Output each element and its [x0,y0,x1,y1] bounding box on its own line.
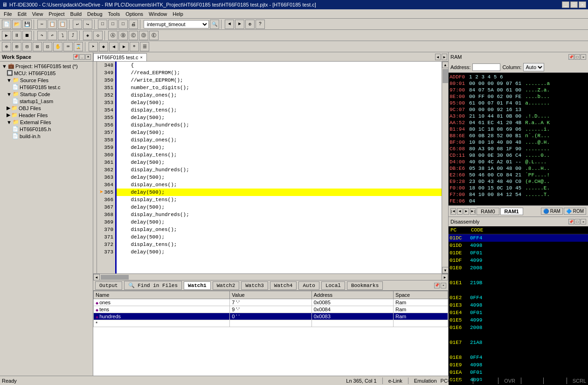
cut-button[interactable]: ✂ [37,20,47,29]
dis-row[interactable]: 01E80FF4 [449,354,588,361]
tab-auto[interactable]: Auto [298,281,319,290]
dis-row[interactable]: 01DE0F01 [449,249,588,257]
dis-row[interactable]: 01E20FF4 [449,294,588,301]
menu-help[interactable]: Help [170,10,186,18]
tree-project[interactable]: ▼ 💼 Project: HT66F0185 test (*) [1,63,92,70]
new-button[interactable]: 📄 [2,20,11,29]
dis-row[interactable]: 01E94098 [449,361,588,369]
save-button[interactable]: 💾 [22,20,32,29]
code-line[interactable]: display_ones(); [117,136,442,144]
dis-row[interactable]: 01E54099 [449,316,588,324]
open-button[interactable]: 📂 [12,20,21,29]
tb2-btn7[interactable]: ⤴ [68,31,77,40]
tb2-btn10[interactable]: Ⓐ [108,31,118,40]
tb2-btn12[interactable]: Ⓒ [129,31,138,40]
watch-row[interactable]: ◆ hundreds0 ' '0x0083Ram [94,313,448,320]
code-line[interactable]: delay(500); [117,159,442,166]
tb2-btn5[interactable]: ↶ [48,31,57,40]
tree-obj[interactable]: ▶ 📁 OBJ Files [1,105,92,112]
tab-watch4[interactable]: Watch4 [270,281,297,290]
tb2-btn13[interactable]: Ⓓ [139,31,148,40]
code-line[interactable]: display_ones(); [117,91,442,99]
tree-startup[interactable]: ▼ 📁 Startup Code [1,91,92,98]
watch-row[interactable]: ◆ tens9 '·'0x0084Ram [94,306,448,313]
nav-prev[interactable]: ◄ [225,20,234,29]
tb3-btn3[interactable]: ⊟ [22,42,32,51]
copy-button[interactable]: 📋 [48,20,57,29]
code-line[interactable]: delay(500); [117,144,442,151]
dis-row[interactable] [449,287,588,294]
editor-tab-active[interactable]: HT66F0185 test.c × [93,53,147,61]
code-line[interactable]: delay(500); [117,189,442,196]
code-line[interactable]: { [117,62,442,69]
tb3-btn13[interactable]: ⌖ [130,42,139,51]
ram-address-input[interactable] [472,63,500,71]
ram-column-select[interactable]: Auto 8 16 [523,63,544,71]
tb2-btn1[interactable]: ▶ [2,31,11,40]
ram-close[interactable]: × [581,54,586,60]
tb3-btn11[interactable]: ◀ [109,42,118,51]
code-line[interactable]: display_tens(); [117,106,442,114]
search-button[interactable]: 🔍 [210,20,219,29]
code-line[interactable]: number_to_digits(); [117,84,442,91]
tb3-btn10[interactable]: ◆ [99,42,108,51]
dis-row[interactable]: 01DF4099 [449,257,588,264]
undo-button[interactable]: ↩ [73,20,82,29]
print-button[interactable]: 🖨 [129,20,138,29]
tb3-btn12[interactable]: ▶ [119,42,129,51]
hscroll-thumb[interactable] [101,275,129,280]
bottom-close[interactable]: × [441,283,446,288]
code-line[interactable]: display_tens(); [117,241,442,248]
code-line[interactable]: display_hundreds(); [117,211,442,218]
function-combo[interactable]: interrupt_timeout [144,20,209,28]
view1-button[interactable]: □ [98,20,107,29]
tb2-btn8[interactable]: ◈ [83,31,92,40]
ram-float[interactable]: □ [574,54,580,60]
view2-button[interactable]: □ [108,20,118,29]
dis-row[interactable] [449,331,588,339]
editor-vscroll[interactable]: ▲ ▼ [442,62,448,273]
editor-hscroll[interactable]: ◄ ► [93,273,448,280]
nav-end[interactable]: ⊕ [245,20,255,29]
tree-source-file[interactable]: 📄 HT66F0185 test.c [1,84,92,91]
code-line[interactable]: display_hundreds(); [117,166,442,174]
watch-row[interactable]: ◆ ones7 '·'0x0085Ram [94,299,448,306]
paste-button[interactable]: 📋 [58,20,67,29]
menu-debug[interactable]: Debug [84,10,105,18]
tb3-btn4[interactable]: ⊠ [33,42,42,51]
ram-btn[interactable]: 🔵 RAM [541,208,563,215]
tb3-btn6[interactable]: ✋ [53,42,62,51]
tb3-btn8[interactable]: ⌛ [74,42,83,51]
code-content[interactable]: { //read_EEPROM(); //write_EEPROM(); num… [117,62,442,273]
workspace-close[interactable]: × [85,54,91,60]
dis-row[interactable]: 01DD4098 [449,242,588,249]
tab-watch3[interactable]: Watch3 [241,281,268,290]
dis-row[interactable]: 01E62008 [449,324,588,331]
tab-local[interactable]: Local [321,281,345,290]
tb3-btn14[interactable]: ☰ [140,42,149,51]
dis-float[interactable]: □ [574,219,580,224]
tab-watch1[interactable]: Watch1 [184,281,211,290]
tb3-btn7[interactable]: ⌨ [63,42,73,51]
tab-watch2[interactable]: Watch2 [213,281,240,290]
dis-pin[interactable]: 📌 [568,219,574,224]
dis-row[interactable]: 01E40F01 [449,309,588,316]
redo-button[interactable]: ↪ [83,20,92,29]
editor-nav-left[interactable]: ◄ [435,54,441,60]
workspace-pin[interactable]: 📌 [73,54,79,60]
menu-file[interactable]: File [1,10,15,18]
ram-nav-last[interactable]: ►| [470,208,476,215]
ram-pin[interactable]: 📌 [568,54,574,60]
dis-row[interactable] [449,346,588,354]
bottom-pin[interactable]: 📌 [434,283,440,288]
menu-edit[interactable]: Edit [15,10,29,18]
tb2-btn6[interactable]: ⤵ [58,31,67,40]
code-line[interactable]: delay(500); [117,233,442,241]
code-line[interactable]: display_ones(); [117,226,442,233]
hscroll-left[interactable]: ◄ [93,274,100,280]
tab-bookmarks[interactable]: Bookmarks [347,281,383,290]
tree-external[interactable]: ▼ 📁 External Files [1,119,92,126]
code-line[interactable]: delay(500); [117,218,442,226]
menu-window[interactable]: Window [146,10,170,18]
tree-ext-file2[interactable]: 📄 build-in.h [1,133,92,140]
